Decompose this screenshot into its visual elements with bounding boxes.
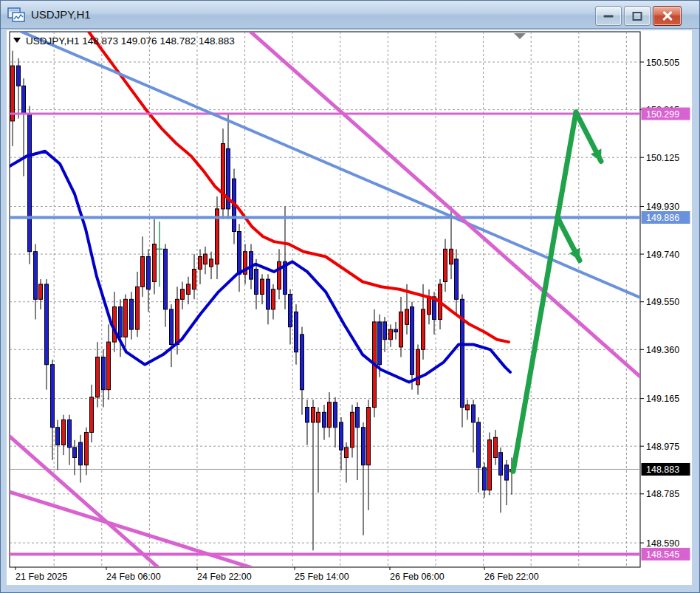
candle-body — [164, 249, 168, 309]
price-tick-label: 149.550 — [646, 297, 679, 307]
candle-body — [107, 342, 111, 390]
candle-body — [394, 329, 398, 332]
candle-body — [51, 365, 55, 428]
candle-body — [295, 312, 298, 352]
maximize-icon — [633, 12, 642, 21]
candle-body — [306, 408, 309, 422]
candle-body — [119, 307, 123, 337]
candle-body — [466, 405, 470, 410]
candle-body — [141, 257, 145, 287]
candle-body — [505, 465, 509, 480]
candle-body — [289, 295, 292, 327]
candle-body — [405, 309, 409, 324]
candle-body — [312, 408, 315, 422]
price-label-badge-text: 150.299 — [646, 109, 679, 120]
candle-body — [472, 405, 476, 422]
time-tick-label: 26 Feb 22:00 — [484, 572, 539, 582]
candle-body — [334, 402, 337, 428]
candle-body — [411, 307, 414, 375]
minimize-button[interactable] — [595, 6, 622, 26]
close-button[interactable] — [653, 6, 682, 26]
price-tick-label: 149.360 — [646, 345, 679, 355]
candle-body — [62, 420, 66, 445]
candle-body — [477, 422, 481, 467]
price-tick-label: 148.590 — [646, 538, 679, 549]
candle-body — [461, 299, 464, 407]
candle-body — [356, 408, 360, 428]
time-tick-label: 24 Feb 06:00 — [106, 572, 161, 582]
candle-body — [222, 144, 225, 209]
candle-body — [85, 433, 89, 465]
candle-body — [96, 357, 100, 397]
candle-body — [323, 412, 326, 427]
candle-body — [193, 270, 196, 289]
candle-body — [204, 254, 207, 264]
minimize-icon — [604, 15, 614, 17]
candle-body — [255, 270, 258, 295]
candle-body — [378, 322, 382, 365]
candle-body — [28, 114, 32, 252]
time-tick-label: 24 Feb 22:00 — [197, 572, 252, 582]
ohlc-header: USDJPY,H1 148.873 149.076 148.782 148.88… — [26, 35, 235, 47]
candle-body — [56, 428, 60, 445]
candle-body — [483, 467, 487, 490]
candle-body — [187, 284, 191, 295]
candle-body — [176, 299, 179, 344]
window-title: USDJPY,H1 — [31, 8, 91, 21]
candle-body — [79, 442, 83, 465]
chart-window-icon — [7, 7, 25, 22]
candle-body — [422, 309, 425, 349]
price-tick-label: 148.975 — [646, 442, 679, 452]
candle-body — [345, 448, 349, 458]
candle-body — [340, 422, 343, 450]
chart-panel: USDJPY,H1 148.873 149.076 148.782 148.88… — [7, 30, 692, 585]
maximize-button[interactable] — [624, 6, 651, 26]
candle-body — [130, 299, 134, 329]
candle-body — [399, 312, 403, 347]
candle-body — [328, 402, 332, 428]
candle-body — [199, 257, 202, 270]
candle-body — [210, 259, 213, 267]
candle-body — [153, 244, 157, 282]
time-tick-label: 21 Feb 2025 — [16, 572, 67, 582]
price-tick-label: 149.740 — [646, 250, 679, 260]
candle-body — [124, 299, 128, 337]
candle-body — [45, 284, 49, 365]
candle-body — [362, 428, 366, 465]
candle-body — [389, 329, 393, 340]
candle-body — [22, 86, 26, 113]
candle-body — [272, 289, 275, 309]
candle-body — [444, 249, 447, 281]
time-tick-label: 25 Feb 14:00 — [295, 572, 349, 582]
candle-body — [73, 448, 77, 458]
price-tick-label: 149.930 — [646, 202, 679, 212]
candle-body — [238, 232, 241, 275]
title-bar[interactable]: USDJPY,H1 — [1, 1, 699, 29]
candle-body — [68, 420, 72, 448]
time-scale[interactable]: 21 Feb 202524 Feb 06:0024 Feb 22:0025 Fe… — [16, 567, 539, 582]
price-tick-label: 150.125 — [646, 153, 679, 163]
candle-body — [301, 335, 304, 390]
candle-body — [267, 279, 270, 309]
candle-body — [181, 289, 185, 300]
price-label-badge-text: 148.883 — [646, 465, 679, 475]
candle-body — [455, 259, 459, 299]
candle-body — [383, 322, 387, 340]
candle-body — [499, 453, 503, 476]
candle-body — [261, 279, 264, 294]
candle-body — [17, 66, 21, 86]
candle-body — [367, 408, 371, 465]
candle-body — [170, 309, 174, 345]
candle-body — [450, 249, 453, 264]
candle-body — [102, 357, 106, 390]
chart-window: USDJPY,H1 USDJPY,H1 148.873 149.076 148.… — [0, 0, 700, 593]
price-label-badge-text: 149.886 — [646, 213, 679, 223]
candle-body — [90, 397, 94, 433]
price-scale[interactable]: 150.505150.315150.125149.930149.740149.5… — [640, 58, 690, 561]
price-tick-label: 148.785 — [646, 489, 679, 499]
candle-body — [317, 412, 320, 422]
price-tick-label: 150.505 — [646, 58, 679, 68]
chart-canvas[interactable]: USDJPY,H1 148.873 149.076 148.782 148.88… — [7, 30, 692, 585]
time-tick-label: 26 Feb 06:00 — [390, 572, 445, 582]
candle-body — [147, 257, 151, 289]
